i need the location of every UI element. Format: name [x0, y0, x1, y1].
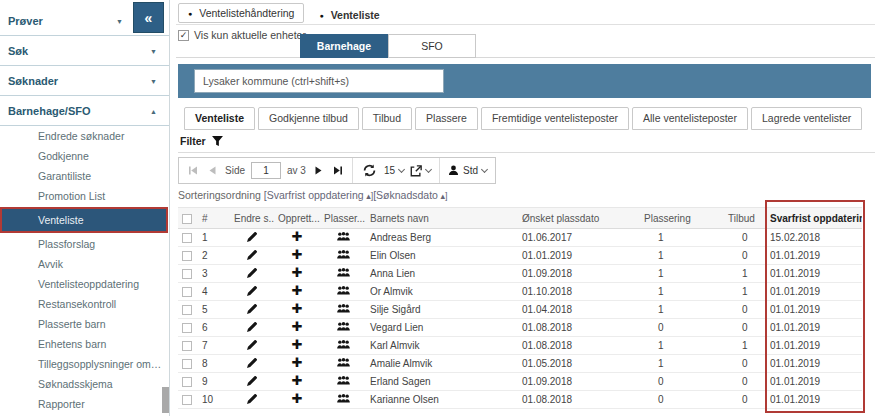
row-checkbox[interactable] — [182, 287, 192, 297]
sidebar-item-restansekontroll[interactable]: Restansekontroll — [0, 294, 169, 314]
sidebar-item-tilleggsopplysninger-om-bar[interactable]: Tilleggsopplysninger om bar... — [0, 354, 169, 374]
offer-value: 0 — [724, 229, 766, 247]
create-plus-icon[interactable]: ✚ — [292, 229, 303, 244]
sidebar-item-garantiliste[interactable]: Garantiliste — [0, 166, 169, 186]
page-size-dropdown[interactable]: 15 — [384, 165, 404, 176]
place-group-icon[interactable] — [337, 304, 350, 313]
tab-alle-ventelisteposter[interactable]: Alle ventelisteposter — [632, 107, 748, 130]
place-group-icon[interactable] — [337, 232, 350, 241]
edit-pencil-icon[interactable] — [247, 358, 257, 368]
unit-tabs: Barnehage SFO — [300, 34, 476, 58]
row-checkbox[interactable] — [182, 359, 192, 369]
sort-key-svarfrist[interactable]: Svarfrist oppdatering — [264, 189, 373, 201]
create-plus-icon[interactable]: ✚ — [292, 337, 303, 352]
place-group-icon[interactable] — [337, 286, 350, 295]
edit-pencil-icon[interactable] — [247, 340, 257, 350]
sidebar-scrollbar[interactable] — [162, 387, 169, 413]
sidebar-item-plassforslag[interactable]: Plassforslag — [0, 234, 169, 254]
sidebar-item-rapporter[interactable]: Rapporter — [0, 394, 169, 416]
sidebar-item-venteliste[interactable]: Venteliste — [2, 209, 166, 231]
edit-pencil-icon[interactable] — [247, 304, 257, 314]
create-plus-icon[interactable]: ✚ — [292, 247, 303, 262]
create-plus-icon[interactable]: ✚ — [292, 391, 303, 406]
header-select-all[interactable] — [178, 208, 198, 229]
last-page-button[interactable] — [331, 166, 344, 175]
create-plus-icon[interactable]: ✚ — [292, 283, 303, 298]
page-number-input[interactable] — [251, 162, 281, 179]
row-checkbox[interactable] — [182, 395, 192, 405]
row-checkbox[interactable] — [182, 377, 192, 387]
next-page-button[interactable] — [312, 166, 325, 175]
row-checkbox[interactable] — [182, 305, 192, 315]
header-opprett[interactable]: Opprett... — [274, 208, 320, 229]
edit-pencil-icon[interactable] — [247, 232, 257, 242]
edit-pencil-icon[interactable] — [247, 376, 257, 386]
create-plus-icon[interactable]: ✚ — [292, 355, 303, 370]
sidebar-item-promotion-list[interactable]: Promotion List — [0, 186, 169, 206]
row-checkbox[interactable] — [182, 251, 192, 261]
header-checkbox[interactable] — [182, 214, 192, 224]
header-tilbud[interactable]: Tilbud — [724, 208, 766, 229]
show-current-units-toggle[interactable]: ✓ Vis kun aktuelle enheter — [178, 29, 306, 41]
desired-date: 01.06.2017 — [518, 229, 640, 247]
previous-page-button[interactable] — [206, 166, 219, 175]
tab-fremtidige-ventelisteposter[interactable]: Fremtidige ventelisteposter — [481, 107, 629, 130]
tab-barnehage[interactable]: Barnehage — [300, 34, 388, 58]
sidebar-item-enhetens-barn[interactable]: Enhetens barn — [0, 334, 169, 354]
tab-ventelistehandtering[interactable]: ● Ventelistehåndtering — [178, 3, 304, 23]
sidebar-collapse-button[interactable]: « — [133, 2, 164, 33]
tab-venteliste[interactable]: Venteliste — [184, 107, 255, 130]
place-group-icon[interactable] — [337, 376, 350, 385]
refresh-icon[interactable] — [361, 164, 378, 177]
sidebar-item-s-knadsskjema[interactable]: Søknadsskjema — [0, 374, 169, 394]
sidebar-item-ventelisteoppdatering[interactable]: Ventelisteoppdatering — [0, 274, 169, 294]
tab-lagrede-ventelister[interactable]: Lagrede ventelister — [751, 107, 862, 130]
kommune-selector-button[interactable]: Lysaker kommune (ctrl+shift+s) — [194, 69, 444, 93]
create-plus-icon[interactable]: ✚ — [292, 319, 303, 334]
place-group-icon[interactable] — [337, 322, 350, 331]
header-endre[interactable]: Endre s... — [230, 208, 274, 229]
edit-pencil-icon[interactable] — [247, 268, 257, 278]
tab-tilbud[interactable]: Tilbud — [362, 107, 412, 130]
edit-pencil-icon[interactable] — [247, 250, 257, 260]
place-group-icon[interactable] — [337, 340, 350, 349]
place-group-icon[interactable] — [337, 394, 350, 403]
create-plus-icon[interactable]: ✚ — [292, 301, 303, 316]
create-plus-icon[interactable]: ✚ — [292, 265, 303, 280]
sidebar-item-endrede-s-knader[interactable]: Endrede søknader — [0, 126, 169, 146]
header-plassering[interactable]: Plassering — [640, 208, 724, 229]
sidebar-item-s-k[interactable]: Søk▼ — [0, 36, 169, 66]
row-checkbox[interactable] — [182, 233, 192, 243]
tab-sfo[interactable]: SFO — [388, 34, 476, 58]
first-page-button[interactable] — [187, 166, 200, 175]
header-onsket-plassdato[interactable]: Ønsket plassdato — [518, 208, 640, 229]
profile-dropdown[interactable]: Std — [448, 165, 487, 176]
tab-venteliste-crumb[interactable]: ● Venteliste — [310, 6, 388, 24]
sidebar-item-avvik[interactable]: Avvik — [0, 254, 169, 274]
filter-dropdown[interactable]: Filter — [178, 133, 875, 153]
tab-plassere[interactable]: Plassere — [415, 107, 478, 130]
placement-value: 1 — [640, 247, 724, 265]
row-checkbox[interactable] — [182, 323, 192, 333]
place-group-icon[interactable] — [337, 358, 350, 367]
header-plasser[interactable]: Plasser... — [320, 208, 366, 229]
header-svarfrist-oppdatering[interactable]: Svarfrist oppdatering▴ — [766, 208, 862, 229]
export-dropdown[interactable] — [410, 165, 431, 177]
place-group-icon[interactable] — [337, 268, 350, 277]
edit-pencil-icon[interactable] — [247, 322, 257, 332]
sidebar-item-barnehage-sfo[interactable]: Barnehage/SFO▲ — [0, 96, 169, 126]
header-number[interactable]: # — [198, 208, 230, 229]
sidebar-item-godkjenne[interactable]: Godkjenne — [0, 146, 169, 166]
place-group-icon[interactable] — [337, 250, 350, 259]
sort-key-soknadsdato[interactable]: Søknadsdato — [373, 189, 447, 201]
sidebar-item-s-knader[interactable]: Søknader▼ — [0, 66, 169, 96]
row-checkbox[interactable] — [182, 269, 192, 279]
tab-godkjenne-tilbud[interactable]: Godkjenne tilbud — [258, 107, 359, 130]
edit-pencil-icon[interactable] — [247, 394, 257, 404]
checked-checkbox-icon[interactable]: ✓ — [178, 30, 189, 41]
create-plus-icon[interactable]: ✚ — [292, 373, 303, 388]
sidebar-item-plasserte-barn[interactable]: Plasserte barn — [0, 314, 169, 334]
edit-pencil-icon[interactable] — [247, 286, 257, 296]
row-checkbox[interactable] — [182, 341, 192, 351]
header-barnets-navn[interactable]: Barnets navn — [366, 208, 518, 229]
